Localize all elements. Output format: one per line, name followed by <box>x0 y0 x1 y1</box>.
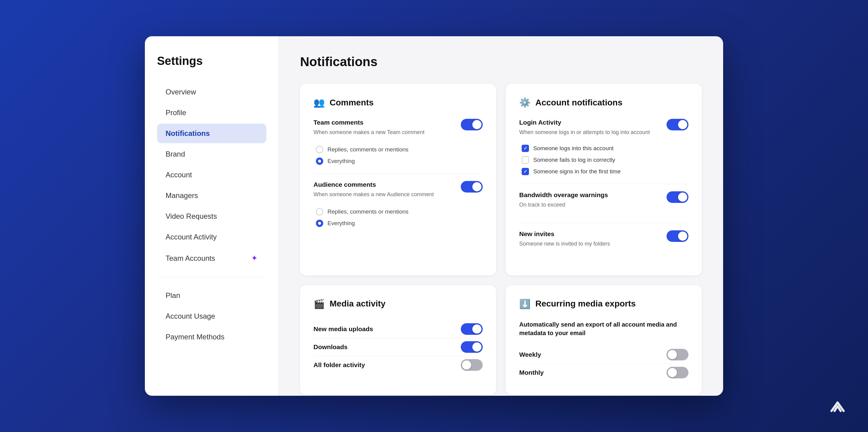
audience-radio-label-everything: Everything <box>328 220 355 227</box>
account-notifications-header: ⚙️ Account notifications <box>519 97 688 108</box>
sidebar-item-label: Account <box>165 171 192 179</box>
sidebar-divider <box>157 277 266 277</box>
bandwidth-desc: On track to exceed <box>519 201 608 209</box>
sidebar-item-plan[interactable]: Plan <box>157 286 266 305</box>
exports-weekly-row: Weekly <box>519 346 688 364</box>
checkbox-fails-log <box>522 156 529 164</box>
exports-weekly-label: Weekly <box>519 351 541 358</box>
sidebar-item-brand[interactable]: Brand <box>157 144 266 164</box>
team-comments-option-everything[interactable]: Everything <box>316 157 483 165</box>
media-uploads-toggle[interactable] <box>461 323 483 335</box>
invites-header-row: New invites Someone new is invited to my… <box>519 230 688 253</box>
media-activity-header: 🎬 Media activity <box>313 298 483 309</box>
sidebar: Settings Overview Profile Notifications … <box>145 36 279 396</box>
radio-circle-everything <box>316 157 323 165</box>
sidebar-item-label: Payment Methods <box>165 333 224 341</box>
sidebar-item-label: Brand <box>165 150 185 159</box>
invites-toggle[interactable] <box>666 230 688 242</box>
audience-option-replies[interactable]: Replies, comments or mentions <box>316 208 483 215</box>
invites-slider <box>666 230 688 242</box>
sidebar-item-label: Account Usage <box>165 312 215 320</box>
sidebar-item-video-requests[interactable]: Video Requests <box>157 206 266 226</box>
bandwidth-slider <box>666 191 688 203</box>
login-activity-section: Login Activity When someone logs in or a… <box>519 119 688 175</box>
sidebar-item-label: Team Accounts <box>165 254 215 263</box>
account-notifications-title: Account notifications <box>535 98 622 108</box>
audience-radio-everything <box>316 220 323 227</box>
sidebar-item-overview[interactable]: Overview <box>157 82 266 102</box>
sidebar-item-account-usage[interactable]: Account Usage <box>157 307 266 326</box>
media-folder-slider <box>461 359 483 371</box>
bandwidth-section: Bandwidth overage warnings On track to e… <box>519 191 688 214</box>
comments-card-header: 👥 Comments <box>313 97 483 108</box>
sidebar-item-profile[interactable]: Profile <box>157 103 266 122</box>
login-activity-header-row: Login Activity When someone logs in or a… <box>519 119 688 142</box>
sidebar-title: Settings <box>157 55 266 68</box>
sidebar-item-payment-methods[interactable]: Payment Methods <box>157 327 266 347</box>
login-activity-toggle[interactable] <box>666 119 688 131</box>
team-comments-option-replies[interactable]: Replies, comments or mentions <box>316 146 483 153</box>
invites-label: New invites <box>519 230 610 238</box>
exports-monthly-label: Monthly <box>519 369 544 376</box>
team-comments-toggle[interactable] <box>461 119 483 131</box>
bandwidth-toggle[interactable] <box>666 191 688 203</box>
spark-icon: ✦ <box>251 254 258 263</box>
cards-grid: 👥 Comments Team comments When someone ma… <box>300 84 702 395</box>
media-row-downloads: Downloads <box>313 338 483 356</box>
check-fails-log[interactable]: Someone fails to log in correctly <box>522 156 688 164</box>
download-icon: ⬇️ <box>519 298 530 309</box>
sidebar-item-label: Overview <box>165 88 196 96</box>
account-notifications-card: ⚙️ Account notifications Login Activity … <box>506 84 702 276</box>
bandwidth-label: Bandwidth overage warnings <box>519 191 608 199</box>
audience-comments-slider <box>461 181 483 193</box>
media-folder-toggle[interactable] <box>461 359 483 371</box>
exports-weekly-slider <box>666 349 688 361</box>
audience-comments-toggle[interactable] <box>461 181 483 193</box>
page-title: Notifications <box>300 55 702 69</box>
exports-monthly-toggle[interactable] <box>666 367 688 378</box>
exports-weekly-toggle[interactable] <box>666 349 688 361</box>
checkbox-label-logs-into: Someone logs into this account <box>533 145 614 152</box>
media-row-folder: All folder activity <box>313 356 483 374</box>
logo <box>829 399 847 417</box>
check-logs-into[interactable]: Someone logs into this account <box>522 145 688 152</box>
media-downloads-toggle[interactable] <box>461 341 483 353</box>
sidebar-item-label: Notifications <box>165 129 210 138</box>
audience-option-everything[interactable]: Everything <box>316 220 483 227</box>
media-activity-card: 🎬 Media activity New media uploads Downl… <box>300 285 496 395</box>
sidebar-item-team-accounts[interactable]: Team Accounts ✦ <box>157 248 266 268</box>
checkbox-label-signs-first: Someone signs in for the first time <box>533 168 621 175</box>
checkbox-label-fails-log: Someone fails to log in correctly <box>533 156 615 163</box>
section-divider <box>313 173 483 174</box>
bandwidth-header-row: Bandwidth overage warnings On track to e… <box>519 191 688 214</box>
login-activity-slider <box>666 119 688 131</box>
recurring-exports-title: Recurring media exports <box>535 299 636 309</box>
radio-label-everything: Everything <box>328 158 355 165</box>
sidebar-item-notifications[interactable]: Notifications <box>157 124 266 143</box>
section-divider-2 <box>519 184 688 184</box>
sidebar-item-account-activity[interactable]: Account Activity <box>157 227 266 247</box>
team-comments-desc: When someone makes a new Team comment <box>313 128 425 136</box>
sidebar-item-account[interactable]: Account <box>157 165 266 184</box>
exports-monthly-slider <box>666 367 688 378</box>
section-divider-3 <box>519 223 688 223</box>
checkbox-signs-first <box>522 168 529 175</box>
check-signs-first[interactable]: Someone signs in for the first time <box>522 168 688 175</box>
audience-comments-section: Audience comments When someone makes a n… <box>313 181 483 227</box>
sidebar-item-label: Plan <box>165 291 180 300</box>
settings-modal: Settings Overview Profile Notifications … <box>145 36 723 396</box>
team-comments-slider <box>461 119 483 131</box>
recurring-exports-card: ⬇️ Recurring media exports Automatically… <box>506 285 702 395</box>
invites-section: New invites Someone new is invited to my… <box>519 230 688 253</box>
sidebar-item-managers[interactable]: Managers <box>157 186 266 205</box>
team-comments-section: Team comments When someone makes a new T… <box>313 119 483 165</box>
audience-comments-options: Replies, comments or mentions Everything <box>313 208 483 227</box>
comments-card-title: Comments <box>330 98 374 108</box>
media-row-uploads: New media uploads <box>313 320 483 338</box>
gear-icon: ⚙️ <box>519 97 530 108</box>
recurring-exports-header: ⬇️ Recurring media exports <box>519 298 688 309</box>
checkbox-logs-into <box>522 145 529 152</box>
audience-comments-desc: When someone makes a new Audience commen… <box>313 191 434 198</box>
recurring-exports-desc: Automatically send an export of all acco… <box>519 320 688 337</box>
comments-card: 👥 Comments Team comments When someone ma… <box>300 84 496 276</box>
